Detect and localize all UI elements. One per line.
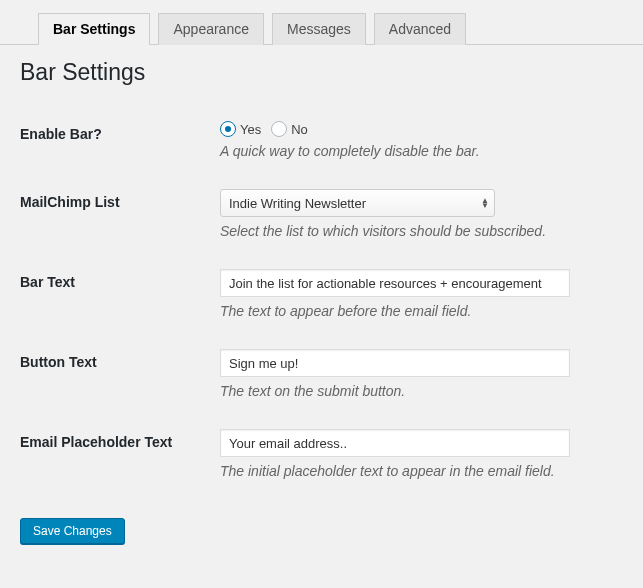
button-text-label: Button Text	[20, 334, 220, 414]
enable-bar-yes-label: Yes	[240, 122, 261, 137]
tab-appearance[interactable]: Appearance	[158, 13, 264, 45]
mailchimp-list-select[interactable]: Indie Writing Newsletter	[220, 189, 495, 217]
email-placeholder-description: The initial placeholder text to appear i…	[220, 463, 613, 479]
email-placeholder-label: Email Placeholder Text	[20, 414, 220, 494]
enable-bar-yes-radio[interactable]	[220, 121, 236, 137]
bar-text-input[interactable]	[220, 269, 570, 297]
mailchimp-list-label: MailChimp List	[20, 174, 220, 254]
tab-messages[interactable]: Messages	[272, 13, 366, 45]
page-title: Bar Settings	[20, 59, 623, 86]
settings-tabs: Bar Settings Appearance Messages Advance…	[0, 0, 643, 45]
button-text-input[interactable]	[220, 349, 570, 377]
enable-bar-no-radio[interactable]	[271, 121, 287, 137]
tab-bar-settings[interactable]: Bar Settings	[38, 13, 150, 45]
email-placeholder-input[interactable]	[220, 429, 570, 457]
enable-bar-description: A quick way to completely disable the ba…	[220, 143, 613, 159]
save-changes-button[interactable]: Save Changes	[20, 518, 125, 544]
enable-bar-label: Enable Bar?	[20, 106, 220, 174]
enable-bar-no-label: No	[291, 122, 308, 137]
bar-text-description: The text to appear before the email fiel…	[220, 303, 613, 319]
bar-text-label: Bar Text	[20, 254, 220, 334]
mailchimp-list-description: Select the list to which visitors should…	[220, 223, 613, 239]
button-text-description: The text on the submit button.	[220, 383, 613, 399]
settings-form: Enable Bar? Yes No A quick way to comple…	[20, 106, 623, 494]
tab-advanced[interactable]: Advanced	[374, 13, 466, 45]
